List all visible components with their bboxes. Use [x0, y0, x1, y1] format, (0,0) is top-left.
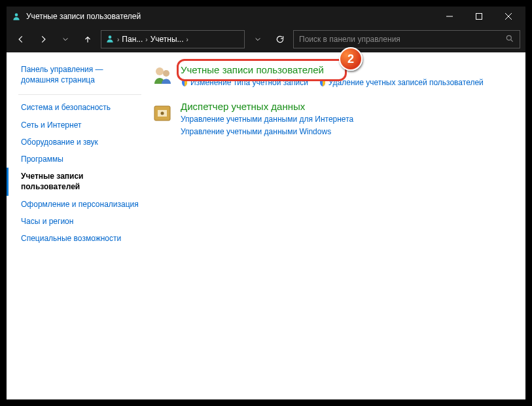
sidebar: Панель управления — домашняя страница Си…	[7, 52, 151, 399]
sidebar-item-hardware[interactable]: Оборудование и звук	[7, 134, 151, 151]
section-body: Диспетчер учетных данных Управление учет…	[181, 101, 519, 138]
sidebar-item-user-accounts[interactable]: Учетные записи пользователей	[7, 168, 151, 195]
sidebar-item-appearance[interactable]: Оформление и персонализация	[7, 196, 151, 213]
svg-point-9	[163, 70, 169, 77]
chevron-right-icon: ›	[145, 36, 147, 43]
sidebar-item-ease[interactable]: Специальные возможности	[7, 230, 151, 247]
svg-point-6	[506, 35, 511, 40]
credential-manager-link[interactable]: Диспетчер учетных данных	[181, 101, 519, 112]
section-links: Управление учетными данными для Интернет…	[181, 113, 519, 138]
search-input[interactable]	[299, 35, 505, 44]
sidebar-item-network[interactable]: Сеть и Интернет	[7, 117, 151, 134]
user-icon	[12, 12, 21, 21]
toolbar: › Пан... › Учетны... ›	[7, 26, 525, 52]
svg-point-0	[15, 13, 18, 16]
sidebar-item-system[interactable]: Система и безопасность	[7, 99, 151, 116]
close-button[interactable]	[493, 7, 523, 26]
shield-icon	[181, 79, 188, 87]
svg-point-12	[161, 112, 164, 115]
section-user-accounts: Учетные записи пользователей Изменение т…	[151, 64, 519, 89]
shield-icon	[319, 79, 327, 87]
content-area: Панель управления — домашняя страница Си…	[7, 52, 525, 399]
section-links: Изменение типа учетной записи Удаление у…	[181, 77, 519, 89]
svg-rect-2	[476, 14, 482, 20]
chevron-right-icon: ›	[186, 36, 188, 43]
credential-manager-icon	[151, 101, 174, 124]
section-body: Учетные записи пользователей Изменение т…	[181, 64, 519, 89]
section-credential-manager: Диспетчер учетных данных Управление учет…	[151, 101, 519, 138]
breadcrumb[interactable]: › Пан... › Учетны... ›	[101, 30, 245, 48]
minimize-button[interactable]	[434, 7, 464, 26]
breadcrumb-seg[interactable]: Учетны...	[151, 35, 184, 44]
up-button[interactable]	[79, 30, 97, 48]
link-label: Удаление учетных записей пользователей	[328, 77, 484, 89]
main-panel: Учетные записи пользователей Изменение т…	[151, 52, 525, 399]
svg-point-5	[109, 35, 112, 39]
forward-button[interactable]	[34, 30, 52, 48]
sidebar-home-line: домашняя страница	[21, 75, 95, 84]
svg-point-8	[156, 67, 164, 75]
link-label: Изменение типа учетной записи	[190, 77, 308, 89]
svg-line-7	[511, 39, 513, 41]
change-account-type-link[interactable]: Изменение типа учетной записи	[181, 77, 308, 89]
sidebar-home-link[interactable]: Панель управления — домашняя страница	[7, 64, 151, 92]
back-button[interactable]	[12, 30, 30, 48]
maximize-button[interactable]	[464, 7, 493, 26]
remove-accounts-link[interactable]: Удаление учетных записей пользователей	[319, 77, 484, 89]
windows-credentials-link[interactable]: Управление учетными данными Windows	[181, 126, 519, 138]
sidebar-item-programs[interactable]: Программы	[7, 151, 151, 168]
titlebar: Учетные записи пользователей	[7, 7, 525, 26]
window-title: Учетные записи пользователей	[26, 12, 434, 21]
breadcrumb-seg[interactable]: Пан...	[122, 35, 143, 44]
user-accounts-link[interactable]: Учетные записи пользователей	[181, 64, 519, 75]
search-icon[interactable]	[505, 34, 514, 45]
sidebar-home-line: Панель управления —	[21, 65, 103, 74]
breadcrumb-dropdown[interactable]	[249, 30, 267, 48]
chevron-right-icon: ›	[117, 36, 119, 43]
user-icon	[105, 34, 115, 45]
refresh-button[interactable]	[271, 30, 289, 48]
recent-dropdown[interactable]	[56, 30, 75, 48]
divider	[18, 94, 141, 95]
search-box[interactable]	[293, 30, 520, 48]
sidebar-item-clock[interactable]: Часы и регион	[7, 213, 151, 230]
window-controls	[434, 7, 523, 26]
user-accounts-icon	[151, 64, 174, 88]
web-credentials-link[interactable]: Управление учетными данными для Интернет…	[181, 113, 519, 126]
window-frame: Учетные записи пользователей	[0, 0, 532, 406]
